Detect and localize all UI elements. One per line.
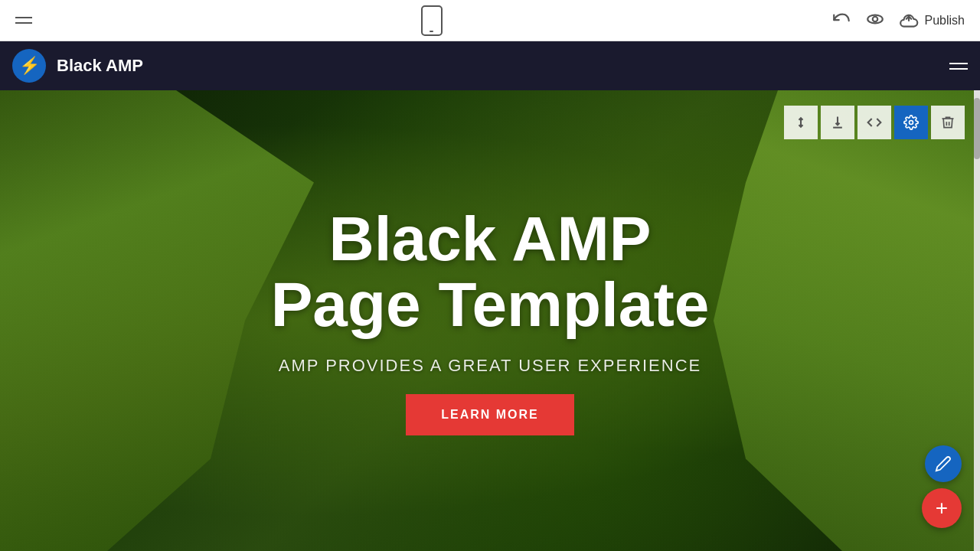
publish-button[interactable]: Publish	[899, 11, 965, 31]
toolbar-left	[15, 17, 32, 24]
undo-icon	[831, 9, 851, 29]
hamburger-menu-icon[interactable]	[15, 17, 32, 24]
undo-button[interactable]	[831, 9, 851, 32]
toolbar-right: Publish	[831, 9, 965, 32]
svg-point-3	[910, 121, 913, 125]
hero-title-line2: Page Template	[271, 269, 710, 339]
hero-title: Black AMP Page Template	[271, 206, 710, 337]
preview-button[interactable]	[865, 9, 885, 32]
fab-edit-button[interactable]	[925, 445, 962, 482]
eye-icon	[865, 9, 885, 29]
delete-section-button[interactable]	[931, 106, 965, 139]
pencil-icon	[935, 455, 952, 472]
download-icon	[830, 115, 845, 130]
hero-title-line1: Black AMP	[329, 204, 652, 273]
mobile-preview-icon[interactable]	[421, 5, 443, 36]
cloud-upload-icon	[899, 11, 919, 31]
lightning-icon: ⚡	[19, 56, 40, 76]
hero-content: Black AMP Page Template AMP PROVIDES A G…	[0, 90, 980, 551]
top-toolbar: Publish	[0, 0, 980, 41]
hero-subtitle: AMP PROVIDES A GREAT USER EXPERIENCE	[279, 356, 701, 376]
section-toolbar	[784, 106, 965, 139]
code-section-button[interactable]	[858, 106, 891, 139]
fab-add-button[interactable]: +	[922, 488, 962, 528]
reorder-icon	[793, 115, 808, 130]
app-header-left: ⚡ Black AMP	[12, 49, 143, 83]
hero-cta-button[interactable]: LEARN MORE	[406, 394, 574, 435]
header-hamburger-icon[interactable]	[949, 63, 968, 70]
hero-section: Black AMP Page Template AMP PROVIDES A G…	[0, 90, 980, 551]
gear-icon	[903, 115, 919, 130]
code-icon	[867, 115, 882, 130]
app-header: ⚡ Black AMP	[0, 41, 980, 90]
svg-point-1	[872, 16, 877, 21]
settings-section-button[interactable]	[894, 106, 928, 139]
toolbar-center	[421, 5, 443, 36]
download-section-button[interactable]	[821, 106, 854, 139]
plus-icon: +	[936, 496, 948, 520]
reorder-section-button[interactable]	[784, 106, 818, 139]
app-logo: ⚡	[12, 49, 46, 83]
trash-icon	[940, 115, 956, 130]
publish-label: Publish	[925, 14, 965, 28]
app-title: Black AMP	[57, 56, 143, 76]
